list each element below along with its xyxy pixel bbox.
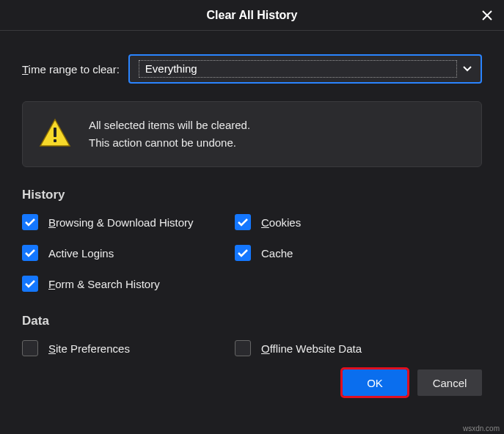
warning-line-1: All selected items will be cleared. <box>89 117 250 134</box>
dropdown-focus-ring: Everything <box>139 60 457 78</box>
checkbox-label: Site Preferences <box>48 342 130 355</box>
checkbox-label: Active Logins <box>48 247 114 260</box>
warning-line-2: This action cannot be undone. <box>89 134 250 152</box>
time-range-row: Time range to clear: Everything <box>22 54 482 84</box>
checkbox-label: Browsing & Download History <box>48 216 194 229</box>
checkbox-box <box>235 340 251 356</box>
checkbox-box <box>22 245 38 261</box>
ok-button[interactable]: OK <box>343 369 407 396</box>
checkbox-form-search-history[interactable]: Form & Search History <box>22 276 235 292</box>
history-section-header: History <box>22 188 482 202</box>
checkbox-box <box>235 214 251 230</box>
dropdown-selected-value: Everything <box>145 62 197 75</box>
dialog-title: Clear All History <box>207 9 298 22</box>
checkbox-box <box>235 245 251 261</box>
checkbox-cache[interactable]: Cache <box>235 245 482 261</box>
checkbox-offline-website-data[interactable]: Offline Website Data <box>235 340 482 356</box>
cancel-button[interactable]: Cancel <box>417 369 482 396</box>
checkbox-label: Cookies <box>261 216 301 229</box>
svg-rect-3 <box>54 128 56 137</box>
checkbox-cookies[interactable]: Cookies <box>235 214 482 230</box>
clear-history-dialog: Clear All History Time range to clear: E… <box>0 0 504 434</box>
time-range-label: Time range to clear: <box>22 63 120 76</box>
checkbox-browsing-download-history[interactable]: Browsing & Download History <box>22 214 235 230</box>
svg-rect-4 <box>54 139 56 142</box>
checkbox-site-preferences[interactable]: Site Preferences <box>22 340 235 356</box>
history-check-grid: Browsing & Download History Cookies Acti… <box>22 214 482 292</box>
warning-text: All selected items will be cleared. This… <box>89 117 250 152</box>
data-check-grid: Site Preferences Offline Website Data <box>22 340 482 356</box>
close-button[interactable] <box>476 4 498 26</box>
checkbox-label: Offline Website Data <box>261 342 362 355</box>
chevron-down-icon <box>463 66 472 72</box>
titlebar: Clear All History <box>0 0 504 31</box>
watermark: wsxdn.com <box>463 424 500 433</box>
dialog-button-row: OK Cancel <box>22 369 482 396</box>
checkbox-label: Cache <box>261 247 293 260</box>
checkbox-box <box>22 214 38 230</box>
warning-icon <box>39 118 71 150</box>
warning-panel: All selected items will be cleared. This… <box>22 101 482 167</box>
checkbox-active-logins[interactable]: Active Logins <box>22 245 235 261</box>
data-section-header: Data <box>22 314 482 328</box>
checkbox-label: Form & Search History <box>48 278 160 290</box>
dialog-content: Time range to clear: Everything All se <box>0 31 504 411</box>
time-range-dropdown[interactable]: Everything <box>128 54 482 84</box>
checkbox-box <box>22 276 38 292</box>
close-icon <box>482 10 492 21</box>
checkbox-box <box>22 340 38 356</box>
